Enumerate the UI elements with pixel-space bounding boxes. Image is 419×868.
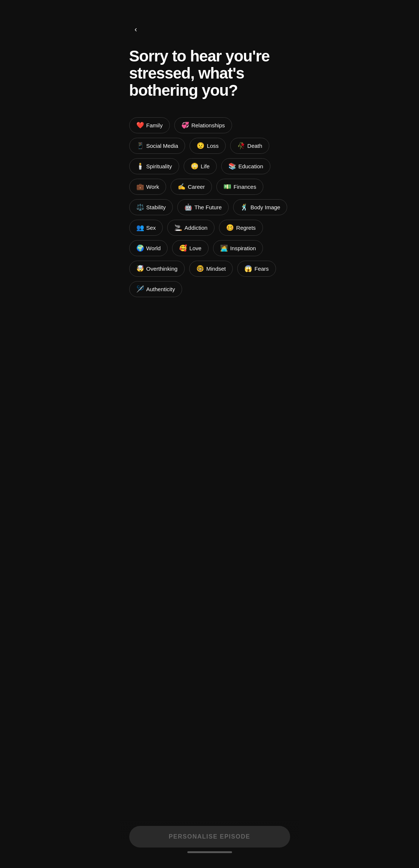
tag-label-mindset: Mindset	[206, 266, 226, 272]
tag-emoji-spirituality: 🕯️	[136, 162, 144, 170]
tag-label-addiction: Addiction	[184, 225, 207, 231]
tag-label-finances: Finances	[234, 184, 256, 190]
tag-label-stability: Stability	[146, 204, 166, 210]
tag-emoji-education: 📚	[228, 162, 236, 170]
home-indicator	[187, 851, 232, 853]
tag-the-future[interactable]: 🤖The Future	[177, 199, 229, 215]
tag-label-life: Life	[201, 163, 210, 169]
tag-stability[interactable]: ⚖️Stability	[129, 199, 173, 215]
tag-overthinking[interactable]: 🤯Overthinking	[129, 261, 185, 277]
tag-label-relationships: Relationships	[191, 122, 225, 128]
tag-emoji-work: 💼	[136, 183, 144, 191]
tag-world[interactable]: 🌍World	[129, 240, 168, 256]
tag-education[interactable]: 📚Education	[221, 158, 270, 174]
tag-loss[interactable]: 😟Loss	[190, 138, 226, 154]
tag-emoji-finances: 💵	[223, 183, 231, 191]
tag-authenticity[interactable]: 🪡Authenticity	[129, 281, 182, 297]
tag-label-overthinking: Overthinking	[146, 266, 178, 272]
tag-label-the-future: The Future	[194, 204, 222, 210]
tag-emoji-career: ✍️	[178, 183, 185, 191]
tag-emoji-inspiration: 🧑‍💻	[220, 244, 228, 252]
tag-regrets[interactable]: 🥴Regrets	[219, 220, 263, 236]
tag-love[interactable]: 🥰Love	[172, 240, 209, 256]
tag-emoji-addiction: 🚬	[174, 224, 182, 232]
tag-finances[interactable]: 💵Finances	[216, 179, 263, 195]
tag-sex[interactable]: 👥Sex	[129, 220, 163, 236]
tag-emoji-world: 🌍	[136, 244, 144, 252]
tag-emoji-stability: ⚖️	[136, 203, 144, 211]
tag-label-death: Death	[247, 143, 262, 149]
tag-career[interactable]: ✍️Career	[171, 179, 212, 195]
tag-label-loss: Loss	[207, 143, 219, 149]
tag-label-regrets: Regrets	[236, 225, 256, 231]
tag-emoji-social-media: 📱	[136, 142, 144, 150]
tag-emoji-life: 😳	[191, 162, 199, 170]
tag-work[interactable]: 💼Work	[129, 179, 166, 195]
tag-emoji-mindset: 🤓	[196, 265, 204, 273]
tag-mindset[interactable]: 🤓Mindset	[189, 261, 233, 277]
tag-label-love: Love	[189, 245, 201, 251]
tag-emoji-death: 🥀	[237, 142, 245, 150]
tag-social-media[interactable]: 📱Social Media	[129, 138, 185, 154]
tag-emoji-overthinking: 🤯	[136, 265, 144, 273]
tag-label-education: Education	[238, 163, 263, 169]
tag-emoji-family: ❤️	[136, 121, 144, 129]
tag-addiction[interactable]: 🚬Addiction	[167, 220, 215, 236]
tag-label-body-image: Body Image	[250, 204, 280, 210]
tag-label-inspiration: Inspiration	[230, 245, 256, 251]
page-title: Sorry to hear you're stressed, what's bo…	[129, 48, 290, 99]
tag-spirituality[interactable]: 🕯️Spirituality	[129, 158, 179, 174]
screen: ‹ Sorry to hear you're stressed, what's …	[120, 0, 299, 868]
tags-container: ❤️Family💞Relationships📱Social Media😟Loss…	[129, 117, 290, 297]
tag-label-work: Work	[146, 184, 159, 190]
tag-label-authenticity: Authenticity	[146, 286, 175, 292]
tag-fears[interactable]: 😱Fears	[237, 261, 276, 277]
tag-emoji-regrets: 🥴	[226, 224, 234, 232]
tag-emoji-sex: 👥	[136, 224, 144, 232]
tag-emoji-relationships: 💞	[181, 121, 189, 129]
tag-label-social-media: Social Media	[146, 143, 178, 149]
tag-family[interactable]: ❤️Family	[129, 117, 170, 133]
tag-emoji-fears: 😱	[244, 265, 252, 273]
tag-label-fears: Fears	[254, 266, 269, 272]
tag-life[interactable]: 😳Life	[184, 158, 217, 174]
tag-label-world: World	[146, 245, 161, 251]
tag-label-sex: Sex	[146, 225, 156, 231]
bottom-bar: PERSONALISE EPISODE	[120, 820, 299, 868]
tag-emoji-the-future: 🤖	[184, 203, 192, 211]
tag-death[interactable]: 🥀Death	[230, 138, 269, 154]
tag-relationships[interactable]: 💞Relationships	[174, 117, 232, 133]
tag-emoji-loss: 😟	[197, 142, 204, 150]
tag-inspiration[interactable]: 🧑‍💻Inspiration	[213, 240, 263, 256]
back-icon: ‹	[134, 25, 137, 34]
tag-body-image[interactable]: 🕺Body Image	[233, 199, 287, 215]
personalise-button[interactable]: PERSONALISE EPISODE	[129, 826, 290, 848]
tag-emoji-authenticity: 🪡	[136, 285, 144, 293]
tag-emoji-love: 🥰	[179, 244, 187, 252]
tag-label-spirituality: Spirituality	[146, 163, 172, 169]
tag-label-family: Family	[146, 122, 163, 128]
back-button[interactable]: ‹	[129, 22, 143, 36]
tag-emoji-body-image: 🕺	[240, 203, 248, 211]
tag-label-career: Career	[188, 184, 205, 190]
